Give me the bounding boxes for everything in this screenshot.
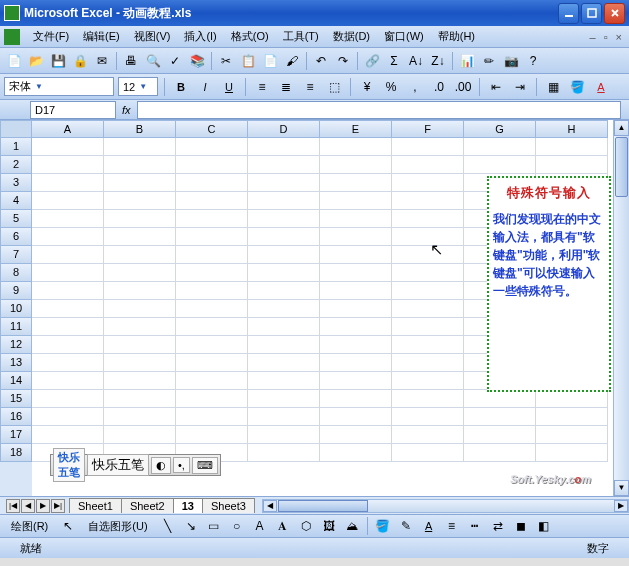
cell[interactable] xyxy=(536,444,608,462)
cell[interactable] xyxy=(248,210,320,228)
menu-data[interactable]: 数据(D) xyxy=(326,27,377,46)
cell[interactable] xyxy=(176,390,248,408)
cell[interactable] xyxy=(464,444,536,462)
dash-style-icon[interactable]: ┅ xyxy=(465,516,485,536)
cell[interactable] xyxy=(104,408,176,426)
scroll-right-icon[interactable]: ▶ xyxy=(614,500,628,512)
cell[interactable] xyxy=(32,174,104,192)
cell[interactable] xyxy=(104,282,176,300)
cell[interactable] xyxy=(320,390,392,408)
horizontal-scrollbar[interactable]: ◀ ▶ xyxy=(262,499,629,513)
cell[interactable] xyxy=(464,426,536,444)
cell[interactable] xyxy=(392,246,464,264)
italic-icon[interactable]: I xyxy=(195,77,215,97)
row-header[interactable]: 16 xyxy=(0,408,32,426)
help-icon[interactable]: ? xyxy=(523,51,543,71)
cell[interactable] xyxy=(32,354,104,372)
chart-icon[interactable]: 📊 xyxy=(457,51,477,71)
cell[interactable] xyxy=(536,426,608,444)
link-icon[interactable]: 🔗 xyxy=(362,51,382,71)
cell[interactable] xyxy=(176,300,248,318)
doc-minimize[interactable]: – xyxy=(587,31,599,43)
menu-format[interactable]: 格式(O) xyxy=(224,27,276,46)
cell[interactable] xyxy=(32,228,104,246)
tutorial-textbox[interactable]: 特殊符号输入 我们发现现在的中文输入法，都具有"软键盘"功能，利用"软键盘"可以… xyxy=(487,176,611,392)
cell[interactable] xyxy=(320,336,392,354)
research-icon[interactable]: 📚 xyxy=(187,51,207,71)
cell[interactable] xyxy=(536,138,608,156)
sheet-tab-4[interactable]: Sheet3 xyxy=(202,498,255,513)
sort-asc-icon[interactable]: A↓ xyxy=(406,51,426,71)
font-color2-icon[interactable]: A xyxy=(419,516,439,536)
oval-icon[interactable]: ○ xyxy=(227,516,247,536)
font-size-combo[interactable]: 12▼ xyxy=(118,77,158,96)
cell[interactable] xyxy=(248,354,320,372)
row-header[interactable]: 11 xyxy=(0,318,32,336)
tab-last-icon[interactable]: ▶| xyxy=(51,499,65,513)
cell[interactable] xyxy=(176,192,248,210)
scroll-down-icon[interactable]: ▼ xyxy=(614,480,629,496)
cell[interactable] xyxy=(464,138,536,156)
cell[interactable] xyxy=(176,138,248,156)
cell[interactable] xyxy=(392,228,464,246)
cell[interactable] xyxy=(32,336,104,354)
cell[interactable] xyxy=(320,354,392,372)
cell[interactable] xyxy=(104,210,176,228)
rectangle-icon[interactable]: ▭ xyxy=(204,516,224,536)
ime-moon-icon[interactable]: ◐ xyxy=(151,457,171,474)
fill-color-icon[interactable]: 🪣 xyxy=(567,77,587,97)
cell[interactable] xyxy=(104,318,176,336)
maximize-button[interactable] xyxy=(581,3,602,24)
line-color-icon[interactable]: ✎ xyxy=(396,516,416,536)
cell[interactable] xyxy=(248,318,320,336)
row-header[interactable]: 9 xyxy=(0,282,32,300)
cell[interactable] xyxy=(320,210,392,228)
inc-indent-icon[interactable]: ⇥ xyxy=(510,77,530,97)
col-header[interactable]: H xyxy=(536,120,608,138)
sheet-tab-1[interactable]: Sheet1 xyxy=(69,498,122,513)
cell[interactable] xyxy=(104,192,176,210)
cell[interactable] xyxy=(392,282,464,300)
cell[interactable] xyxy=(320,408,392,426)
cell[interactable] xyxy=(32,390,104,408)
wordart-icon[interactable]: 𝐀 xyxy=(273,516,293,536)
cell[interactable] xyxy=(176,354,248,372)
cell[interactable] xyxy=(392,318,464,336)
formula-bar[interactable] xyxy=(137,101,621,119)
cell[interactable] xyxy=(176,264,248,282)
scroll-up-icon[interactable]: ▲ xyxy=(614,120,629,136)
cell[interactable] xyxy=(320,192,392,210)
cell[interactable] xyxy=(176,210,248,228)
cell[interactable] xyxy=(32,408,104,426)
cell[interactable] xyxy=(32,192,104,210)
align-right-icon[interactable]: ≡ xyxy=(300,77,320,97)
cell[interactable] xyxy=(176,282,248,300)
cell[interactable] xyxy=(104,426,176,444)
doc-close[interactable]: × xyxy=(613,31,625,43)
cell[interactable] xyxy=(320,300,392,318)
arrow-icon[interactable]: ↘ xyxy=(181,516,201,536)
fx-icon[interactable]: fx xyxy=(122,104,131,116)
print-icon[interactable]: 🖶 xyxy=(121,51,141,71)
cell[interactable] xyxy=(32,210,104,228)
redo-icon[interactable]: ↷ xyxy=(333,51,353,71)
merge-icon[interactable]: ⬚ xyxy=(324,77,344,97)
row-header[interactable]: 6 xyxy=(0,228,32,246)
cell[interactable] xyxy=(176,174,248,192)
menu-window[interactable]: 窗口(W) xyxy=(377,27,431,46)
shadow-icon[interactable]: ◼ xyxy=(511,516,531,536)
tab-first-icon[interactable]: |◀ xyxy=(6,499,20,513)
line-style-icon[interactable]: ≡ xyxy=(442,516,462,536)
menu-insert[interactable]: 插入(I) xyxy=(177,27,223,46)
row-header[interactable]: 2 xyxy=(0,156,32,174)
col-header[interactable]: E xyxy=(320,120,392,138)
col-header[interactable]: C xyxy=(176,120,248,138)
row-header[interactable]: 15 xyxy=(0,390,32,408)
clipart-icon[interactable]: 🖼 xyxy=(319,516,339,536)
autoshapes-menu[interactable]: 自选图形(U) xyxy=(81,517,154,536)
scroll-left-icon[interactable]: ◀ xyxy=(263,500,277,512)
copy-icon[interactable]: 📋 xyxy=(238,51,258,71)
save-icon[interactable]: 💾 xyxy=(48,51,68,71)
cell[interactable] xyxy=(104,390,176,408)
cell[interactable] xyxy=(320,282,392,300)
